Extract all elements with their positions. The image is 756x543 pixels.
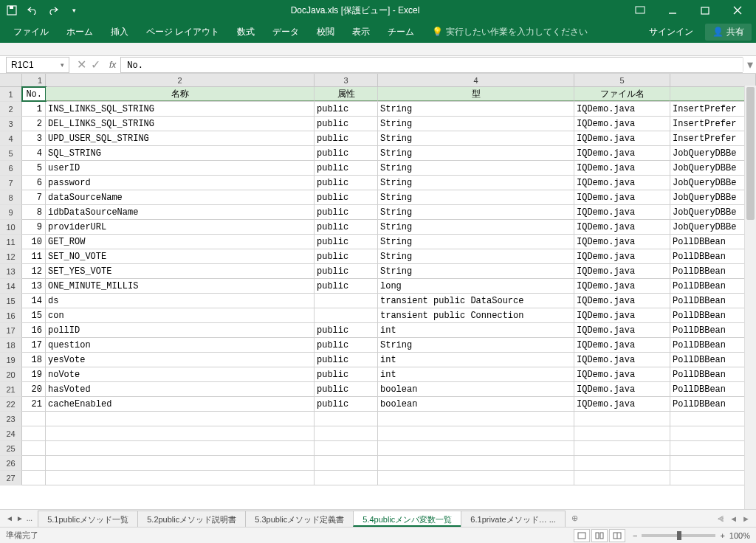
cell[interactable] <box>22 471 46 485</box>
cell[interactable] <box>670 412 756 426</box>
cell[interactable]: public <box>315 146 378 160</box>
zoom-slider[interactable] <box>642 534 715 537</box>
cell[interactable]: IQDemo.java <box>574 205 670 219</box>
cell[interactable]: 5 <box>22 161 46 175</box>
cell[interactable] <box>378 412 574 426</box>
cell[interactable]: PollDBBean <box>670 264 756 278</box>
cell[interactable]: PollDBBean <box>670 249 756 263</box>
cell[interactable]: 1 <box>22 102 46 116</box>
row-header[interactable]: 17 <box>0 323 22 338</box>
sheet-tab[interactable]: 6.1privateメソッド… ... <box>461 511 566 527</box>
cell[interactable]: providerURL <box>46 220 315 234</box>
cell[interactable]: public <box>315 353 378 367</box>
cell[interactable]: String <box>378 176 574 190</box>
empty-row[interactable] <box>22 441 756 456</box>
cell[interactable]: JobQueryDBBe <box>670 161 756 175</box>
cell[interactable]: SQL_STRING <box>46 146 315 160</box>
cell[interactable]: public <box>315 279 378 293</box>
redo-icon[interactable] <box>47 4 59 16</box>
tab-next-icon[interactable]: ► <box>16 514 24 522</box>
row-header[interactable]: 9 <box>0 205 22 220</box>
cell[interactable]: yesVote <box>46 353 315 367</box>
table-row[interactable]: 9providerURLpublicStringIQDemo.javaJobQu… <box>22 220 756 235</box>
cell[interactable]: 18 <box>22 353 46 367</box>
tab-file[interactable]: ファイル <box>4 21 58 43</box>
row-header[interactable]: 4 <box>0 131 22 146</box>
tab-scroll-right-icon[interactable]: ◄ <box>729 514 738 523</box>
cell[interactable]: int <box>378 367 574 381</box>
cell[interactable]: JobQueryDBBe <box>670 190 756 204</box>
table-row[interactable]: 10GET_ROWpublicStringIQDemo.javaPollDBBe… <box>22 235 756 249</box>
cell[interactable]: 13 <box>22 279 46 293</box>
sheet-tab[interactable]: 5.1publicメソッド一覧 <box>38 511 138 527</box>
cell[interactable] <box>46 456 315 470</box>
tab-pagelayout[interactable]: ページ レイアウト <box>137 21 228 43</box>
table-row[interactable]: 17questionpublicStringIQDemo.javaPollDBB… <box>22 338 756 353</box>
cell[interactable]: PollDBBean <box>670 294 756 308</box>
cell[interactable] <box>574 441 670 455</box>
zoom-in-icon[interactable]: + <box>720 531 724 540</box>
cell[interactable]: con <box>46 308 315 322</box>
cell[interactable]: SET_YES_VOTE <box>46 264 315 278</box>
cell[interactable] <box>46 441 315 455</box>
table-row[interactable]: 20hasVotedpublicbooleanIQDemo.javaPollDB… <box>22 382 756 397</box>
new-sheet-button[interactable]: ⊕ <box>566 513 584 523</box>
cell[interactable]: 10 <box>22 235 46 249</box>
formula-expand-icon[interactable]: ▾ <box>743 58 756 72</box>
table-row[interactable]: 7dataSourceNamepublicStringIQDemo.javaJo… <box>22 190 756 205</box>
row-header[interactable]: 25 <box>0 441 22 456</box>
cell[interactable]: String <box>378 117 574 131</box>
signin-button[interactable]: サインイン <box>642 26 701 38</box>
cell[interactable]: transient public Connection <box>378 308 574 322</box>
cell[interactable] <box>574 426 670 440</box>
cell[interactable]: public <box>315 367 378 381</box>
tab-scroll-right2-icon[interactable]: ► <box>742 514 750 523</box>
cell[interactable]: 16 <box>22 323 46 337</box>
cell[interactable]: DEL_LINKS_SQL_STRING <box>46 117 315 131</box>
empty-row[interactable] <box>22 426 756 441</box>
share-button[interactable]: 👤 共有 <box>705 24 752 41</box>
cell[interactable] <box>315 441 378 455</box>
cell[interactable]: ds <box>46 294 315 308</box>
cell[interactable]: public <box>315 323 378 337</box>
cell[interactable]: IQDemo.java <box>574 353 670 367</box>
cell[interactable]: String <box>378 235 574 249</box>
empty-row[interactable] <box>22 456 756 471</box>
row-header[interactable]: 20 <box>0 367 22 382</box>
empty-row[interactable] <box>22 412 756 426</box>
cell[interactable]: String <box>378 146 574 160</box>
cell[interactable]: PollDBBean <box>670 397 756 411</box>
row-header[interactable]: 8 <box>0 190 22 205</box>
table-row[interactable]: 19noVotepublicintIQDemo.javaPollDBBean <box>22 367 756 382</box>
cell[interactable]: int <box>378 353 574 367</box>
cell[interactable]: public <box>315 176 378 190</box>
cell[interactable] <box>22 426 46 440</box>
cell[interactable]: cacheEnabled <box>46 397 315 411</box>
row-header[interactable]: 12 <box>0 249 22 264</box>
tab-review[interactable]: 校閲 <box>308 21 343 43</box>
scrollbar-thumb[interactable] <box>746 87 755 220</box>
tab-home[interactable]: ホーム <box>58 21 102 43</box>
zoom-out-icon[interactable]: − <box>633 531 637 540</box>
row-header[interactable]: 10 <box>0 220 22 235</box>
cell[interactable]: 17 <box>22 338 46 352</box>
sheet-tab[interactable]: 5.2publicメソッド説明書 <box>137 511 246 527</box>
row-header[interactable]: 18 <box>0 338 22 353</box>
header-cell[interactable]: 型 <box>378 87 574 101</box>
cell[interactable]: IQDemo.java <box>574 161 670 175</box>
cell[interactable]: String <box>378 205 574 219</box>
header-cell[interactable] <box>670 87 756 101</box>
cell[interactable]: IQDemo.java <box>574 308 670 322</box>
cell[interactable]: 6 <box>22 176 46 190</box>
cell[interactable]: IQDemo.java <box>574 367 670 381</box>
cell[interactable]: GET_ROW <box>46 235 315 249</box>
cell[interactable]: boolean <box>378 397 574 411</box>
cell[interactable]: public <box>315 264 378 278</box>
row-header[interactable]: 11 <box>0 235 22 249</box>
cell[interactable]: noVote <box>46 367 315 381</box>
cell[interactable]: int <box>378 323 574 337</box>
cells-area[interactable]: No.名称属性型ファイル名1INS_LINKS_SQL_STRINGpublic… <box>22 87 756 485</box>
tab-data[interactable]: データ <box>264 21 308 43</box>
tab-team[interactable]: チーム <box>379 21 423 43</box>
cell[interactable]: String <box>378 131 574 145</box>
